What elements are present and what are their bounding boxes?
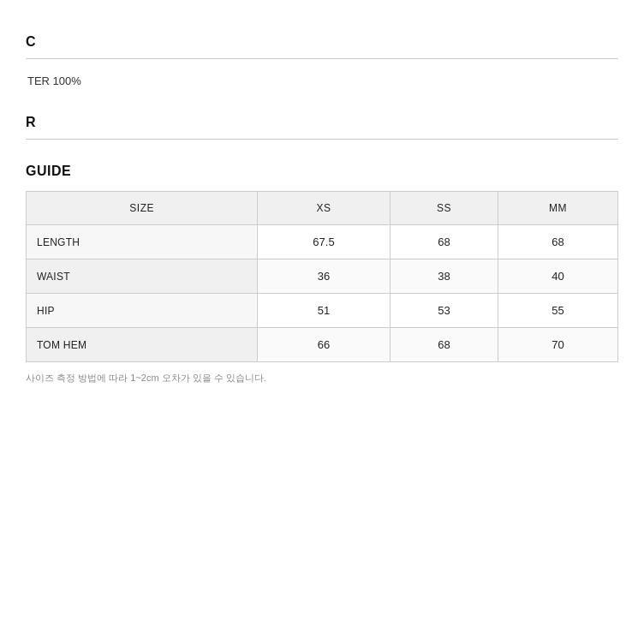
row-label: LENGTH <box>27 225 258 259</box>
row-xs: 66 <box>258 328 390 362</box>
guide-title: GUIDE <box>26 164 618 179</box>
fabric-section: C TER 100% <box>26 34 618 91</box>
row-mm: 68 <box>498 225 618 259</box>
fabric-content: TER 100% <box>26 71 618 91</box>
col-xs: XS <box>258 192 390 225</box>
table-footnote: 사이즈 측정 방법에 따라 1~2cm 오차가 있을 수 있습니다. <box>26 371 618 386</box>
table-row: TOM HEM 66 68 70 <box>27 328 618 362</box>
page-container: C TER 100% R GUIDE SIZE XS SS MM LENGTH … <box>0 0 644 412</box>
row-ss: 38 <box>390 259 498 294</box>
col-ss: SS <box>390 192 498 225</box>
table-header-row: SIZE XS SS MM <box>27 192 618 225</box>
row-label: HIP <box>27 294 258 328</box>
fit-title: R <box>26 115 618 140</box>
row-label: TOM HEM <box>27 328 258 362</box>
row-ss: 53 <box>390 294 498 328</box>
table-row: WAIST 36 38 40 <box>27 259 618 294</box>
row-ss: 68 <box>390 225 498 259</box>
row-mm: 40 <box>498 259 618 294</box>
size-table: SIZE XS SS MM LENGTH 67.5 68 68 WAIST 36… <box>26 191 618 362</box>
row-xs: 51 <box>258 294 390 328</box>
row-xs: 67.5 <box>258 225 390 259</box>
fabric-title: C <box>26 34 618 59</box>
table-row: LENGTH 67.5 68 68 <box>27 225 618 259</box>
row-mm: 55 <box>498 294 618 328</box>
col-mm: MM <box>498 192 618 225</box>
row-label: WAIST <box>27 259 258 294</box>
row-mm: 70 <box>498 328 618 362</box>
row-ss: 68 <box>390 328 498 362</box>
col-size: SIZE <box>27 192 258 225</box>
row-xs: 36 <box>258 259 390 294</box>
table-row: HIP 51 53 55 <box>27 294 618 328</box>
fit-section: R <box>26 115 618 140</box>
guide-section: GUIDE SIZE XS SS MM LENGTH 67.5 68 68 WA… <box>26 164 618 386</box>
